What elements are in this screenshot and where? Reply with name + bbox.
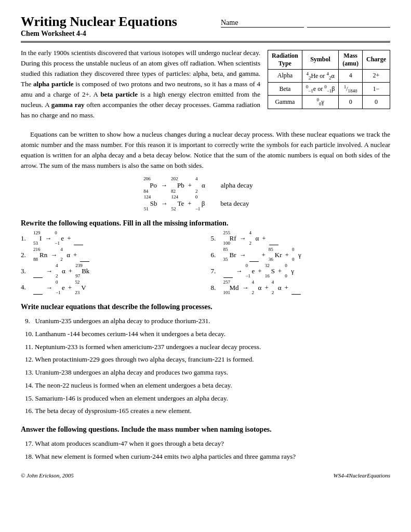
- col-header-type: RadiationType: [268, 50, 302, 69]
- col-header-symbol: Symbol: [302, 50, 339, 69]
- col-header-mass: Mass(amu): [339, 50, 363, 69]
- cell-beta-symbol: 0−1e or 0−1β: [302, 82, 339, 95]
- problem-18: 18. What new element is formed when curi…: [25, 451, 390, 463]
- cell-beta-charge: 1−: [363, 82, 390, 95]
- footer-copyright: © John Erickson, 2005: [21, 472, 74, 478]
- page-header: Writing Nuclear Equations Chem Worksheet…: [21, 15, 390, 38]
- intro-text: In the early 1900s scientists discovered…: [21, 48, 260, 124]
- cell-beta-mass: 1/1840: [339, 82, 363, 95]
- divider: [21, 41, 390, 43]
- problem-11: 11. Neptunium-233 is formed when americi…: [25, 341, 390, 353]
- problem-8: 8. 257101Md → 42α + 42α +: [211, 281, 391, 295]
- cell-alpha-charge: 2+: [363, 69, 390, 82]
- problem-17: 17. What atom produces scandium-47 when …: [25, 438, 390, 450]
- problem-14: 14. The neon-22 nucleus is formed when a…: [25, 380, 390, 392]
- problem-12: 12. When protactinium-229 goes through t…: [25, 354, 390, 366]
- cell-gamma-mass: 0: [339, 96, 363, 109]
- problem-10: 10. Lanthanum -144 becomes cerium-144 wh…: [25, 328, 390, 340]
- cell-beta-type: Beta: [268, 82, 302, 95]
- cell-gamma-symbol: 00γ: [302, 96, 339, 109]
- problem-15: 15. Samarium-146 is produced when an ele…: [25, 393, 390, 405]
- alpha-particle: 42α: [195, 178, 205, 193]
- intro-section: In the early 1900s scientists discovered…: [21, 48, 390, 124]
- Po-206: 20684Po: [143, 178, 157, 193]
- problem-7: 7. → 0−1e + 3216S + 00γ: [211, 265, 391, 278]
- name-field: Name: [218, 19, 390, 28]
- beta-decay-formula: 12451Sb → 12452Te + 0−1β: [144, 196, 205, 211]
- example-equations: 20684Po → 20282Pb + 42α alpha decay 1245…: [21, 178, 390, 211]
- section2-header: Write nuclear equations that describe th…: [21, 303, 390, 311]
- alpha-symbol: 42He or 42α: [306, 72, 334, 79]
- word-problems-section3: 17. What atom produces scandium-47 when …: [21, 438, 390, 463]
- worksheet-subtitle: Chem Worksheet 4-4: [21, 30, 177, 38]
- radiation-table-container: RadiationType Symbol Mass(amu) Charge Al…: [268, 48, 390, 124]
- table-row: Gamma 00γ 0 0: [268, 96, 390, 109]
- Sb-124: 12451Sb: [144, 196, 157, 211]
- example-eq-2: 12451Sb → 12452Te + 0−1β beta decay: [21, 196, 390, 211]
- word-problems-section2: 9. Uranium-235 undergoes an alpha decay …: [21, 315, 390, 417]
- cell-alpha-mass: 4: [339, 69, 363, 82]
- example-eq-1: 20684Po → 20282Pb + 42α alpha decay: [21, 178, 390, 193]
- beta-decay-label: beta decay: [220, 196, 267, 211]
- cell-alpha-type: Alpha: [268, 69, 302, 82]
- problems-grid-1: 1. 12953I → 0−1e + 5. 255100Rf → 42α + 2…: [21, 232, 390, 295]
- cell-gamma-type: Gamma: [268, 96, 302, 109]
- table-row: Alpha 42He or 42α 4 2+: [268, 69, 390, 82]
- problem-4: 4. → 0−1e + 5223V: [21, 281, 201, 295]
- problem-1: 1. 12953I → 0−1e +: [21, 232, 201, 245]
- intro-para-2: Equations can be written to show how a n…: [21, 129, 390, 171]
- intro-para-1: In the early 1900s scientists discovered…: [21, 48, 260, 121]
- cell-gamma-charge: 0: [363, 96, 390, 109]
- problem-2: 2. 21688Rn → 42α +: [21, 248, 201, 262]
- section3-header: Answer the following questions. Include …: [21, 425, 390, 434]
- problem-16: 16. The beta decay of dysprosium-165 cre…: [25, 405, 390, 417]
- cell-alpha-symbol: 42He or 42α: [302, 69, 339, 82]
- section1-header: Rewrite the following equations. Fill in…: [21, 219, 390, 228]
- problem-3: 3. → 42α + 23997Bk: [21, 265, 201, 278]
- col-header-charge: Charge: [363, 50, 390, 69]
- problem-5: 5. 255100Rf → 42α +: [211, 232, 391, 245]
- Te-124: 12452Te: [171, 196, 184, 211]
- page-title: Writing Nuclear Equations: [21, 15, 177, 30]
- alpha-decay-label: alpha decay: [221, 178, 268, 193]
- Pb-202: 20282Pb: [171, 178, 184, 193]
- problem-9: 9. Uranium-235 undergoes an alpha decay …: [25, 315, 390, 327]
- footer-code: WS4-4NuclearEquations: [334, 472, 390, 478]
- alpha-decay-formula: 20684Po → 20282Pb + 42α: [143, 178, 205, 193]
- table-row: Beta 0−1e or 0−1β 1/1840 1−: [268, 82, 390, 95]
- beta-particle: 0−1β: [195, 196, 205, 211]
- radiation-table: RadiationType Symbol Mass(amu) Charge Al…: [268, 50, 390, 109]
- page-footer: © John Erickson, 2005 WS4-4NuclearEquati…: [21, 472, 390, 478]
- problem-13: 13. Uranium-238 undergoes an alpha decay…: [25, 367, 390, 379]
- problem-6: 6. 8535Br → + 8536Kr + 00γ: [211, 248, 391, 262]
